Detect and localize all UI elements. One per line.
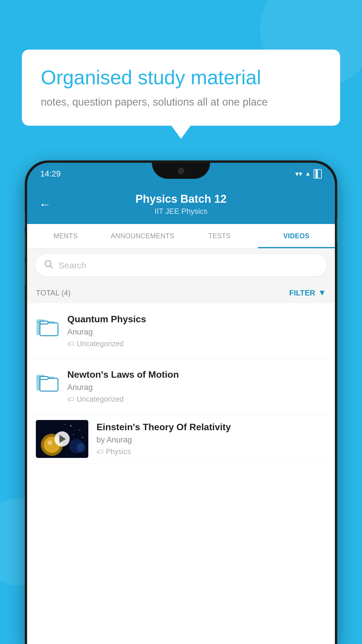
back-button[interactable]: ← — [39, 198, 51, 211]
wifi-icon: ▾▾ — [295, 170, 302, 178]
tag-icon: 🏷 — [96, 448, 103, 456]
search-container: Search — [27, 249, 335, 282]
list-content: Quantum Physics Anurag 🏷 Uncategorized — [27, 303, 335, 464]
item-title: Newton's Laws of Motion — [67, 369, 326, 380]
volume-down-button — [25, 262, 26, 286]
folder-icon — [36, 371, 59, 392]
item-tag: 🏷 Uncategorized — [67, 340, 326, 348]
item-tag: 🏷 Uncategorized — [67, 395, 326, 403]
battery-icon: ▌ — [314, 169, 322, 178]
search-icon — [44, 260, 53, 271]
svg-rect-8 — [40, 378, 58, 391]
camera-dot — [178, 168, 184, 174]
tabs-bar: MENTS ANNOUNCEMENTS TESTS VIDEOS — [27, 224, 335, 249]
power-button — [336, 219, 337, 242]
svg-point-18 — [73, 434, 74, 435]
tag-label: Physics — [106, 447, 131, 456]
tag-label: Uncategorized — [77, 340, 124, 348]
item-details: Newton's Laws of Motion Anurag 🏷 Uncateg… — [67, 369, 326, 403]
total-count: TOTAL (4) — [36, 288, 71, 298]
status-bar: 14:29 ▾▾ ▲ ▌ — [27, 163, 335, 185]
svg-point-21 — [77, 443, 85, 452]
tab-tests[interactable]: TESTS — [181, 224, 258, 248]
filter-bar: TOTAL (4) FILTER ▼ — [27, 282, 335, 303]
svg-point-17 — [82, 437, 83, 438]
svg-line-1 — [50, 266, 52, 268]
status-time: 14:29 — [40, 169, 61, 178]
screen: ← Physics Batch 12 IIT JEE Physics MENTS… — [27, 185, 335, 644]
signal-icon: ▲ — [305, 170, 311, 177]
video-tag: 🏷 Physics — [96, 447, 326, 456]
tab-announcements[interactable]: ANNOUNCEMENTS — [104, 224, 181, 248]
video-details: Einstein's Theory Of Relativity by Anura… — [96, 420, 326, 456]
header-text: Physics Batch 12 IIT JEE Physics — [60, 193, 302, 216]
tab-ments[interactable]: MENTS — [27, 224, 104, 248]
svg-point-16 — [65, 424, 65, 425]
tab-videos[interactable]: VIDEOS — [258, 224, 335, 248]
item-title: Quantum Physics — [67, 314, 326, 325]
header-title: Physics Batch 12 — [60, 193, 302, 205]
search-bar[interactable]: Search — [35, 254, 327, 276]
video-title: Einstein's Theory Of Relativity — [96, 422, 326, 433]
item-icon-area — [36, 369, 59, 392]
volume-up-button — [25, 233, 26, 257]
silent-button — [25, 213, 26, 228]
filter-button[interactable]: FILTER ▼ — [289, 288, 326, 298]
bubble-title: Organised study material — [41, 66, 321, 90]
video-list-item[interactable]: Einstein's Theory Of Relativity by Anura… — [27, 414, 335, 464]
list-item[interactable]: Quantum Physics Anurag 🏷 Uncategorized — [27, 303, 335, 359]
item-author: Anurag — [67, 328, 326, 337]
folder-icon — [36, 315, 59, 336]
svg-rect-9 — [40, 377, 48, 379]
filter-label: FILTER — [289, 288, 315, 298]
speech-bubble-container: Organised study material notes, question… — [22, 50, 340, 126]
tag-icon: 🏷 — [67, 395, 74, 403]
header-subtitle: IIT JEE Physics — [60, 207, 302, 216]
notch — [152, 163, 210, 179]
filter-icon: ▼ — [318, 288, 326, 298]
svg-point-13 — [48, 440, 52, 445]
phone-inner: 14:29 ▾▾ ▲ ▌ ← Physics Batch 12 IIT JEE … — [27, 163, 335, 644]
item-author: Anurag — [67, 383, 326, 392]
tag-label: Uncategorized — [77, 395, 124, 403]
svg-point-14 — [70, 425, 71, 426]
bubble-subtitle: notes, question papers, solutions all at… — [41, 96, 321, 108]
status-icons: ▾▾ ▲ ▌ — [295, 169, 322, 178]
svg-rect-4 — [40, 323, 58, 336]
video-author: by Anurag — [96, 435, 326, 444]
app-header: ← Physics Batch 12 IIT JEE Physics — [27, 185, 335, 224]
item-details: Quantum Physics Anurag 🏷 Uncategorized — [67, 314, 326, 348]
tag-icon: 🏷 — [67, 340, 74, 348]
search-placeholder: Search — [59, 260, 86, 270]
play-triangle-icon — [59, 435, 66, 443]
svg-rect-5 — [40, 321, 48, 324]
phone-frame: 14:29 ▾▾ ▲ ▌ ← Physics Batch 12 IIT JEE … — [25, 160, 337, 644]
speech-bubble: Organised study material notes, question… — [22, 50, 340, 126]
video-thumbnail — [36, 420, 88, 458]
svg-point-19 — [85, 426, 86, 426]
item-icon-area — [36, 314, 59, 336]
list-item[interactable]: Newton's Laws of Motion Anurag 🏷 Uncateg… — [27, 359, 335, 414]
play-button[interactable] — [55, 431, 70, 447]
svg-point-15 — [79, 430, 80, 431]
